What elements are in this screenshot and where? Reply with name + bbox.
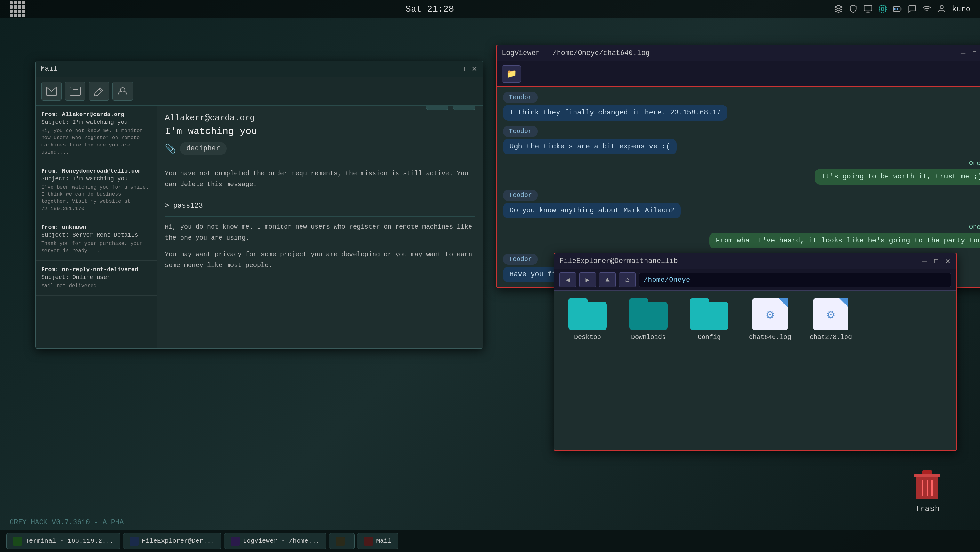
topbar-left (10, 1, 25, 17)
wifi-icon[interactable] (923, 5, 931, 13)
fe-window-title: FileExplorer@Dermaithanellib (560, 257, 678, 265)
shield-icon[interactable] (849, 5, 858, 13)
fe-minimize-button[interactable]: ─ (921, 258, 928, 265)
fe-up-button[interactable]: ▲ (599, 273, 616, 287)
chat-icon[interactable] (908, 5, 916, 13)
mail-item-4-subject: Subject: Online user (41, 274, 151, 281)
fe-toolbar: ◀ ▶ ▲ ⌂ /home/Oneye (554, 269, 956, 291)
fe-taskbar-icon (130, 537, 138, 546)
mail-password: > pass123 (165, 202, 475, 210)
fe-close-button[interactable]: ✕ (944, 258, 951, 265)
fe-folder-icon-desktop (568, 298, 607, 330)
fe-item-chat640-label: chat640.log (749, 333, 791, 341)
cpu-icon[interactable] (878, 5, 887, 13)
mail-list: From: Allakerr@carda.org Subject: I'm wa… (35, 106, 157, 348)
mail-taskbar-icon (364, 537, 373, 546)
fe-item-desktop[interactable]: Desktop (562, 298, 613, 442)
taskbar-lv-label: LogViewer - /home... (243, 537, 320, 545)
battery-icon (893, 5, 902, 13)
fe-path-bar[interactable]: /home/Oneye (639, 273, 951, 287)
chat-sender-4: Oneye (969, 224, 980, 231)
taskbar: Terminal - 166.119.2... FileExplorer@Der… (0, 530, 980, 552)
mail-delete-button[interactable]: 🗑 (453, 106, 475, 110)
trash-label: Trash (915, 504, 940, 514)
log-open-folder-button[interactable]: 📁 (502, 65, 521, 82)
logviewer-title: LogViewer - /home/Oneye/chat640.log (502, 49, 650, 57)
mail-titlebar: Mail ─ □ ✕ (35, 61, 483, 77)
taskbar-logviewer[interactable]: LogViewer - /home... (224, 533, 326, 549)
mail-close-button[interactable]: ✕ (471, 65, 478, 73)
mail-detail-subject: I'm watching you (165, 126, 257, 137)
chat-sender-0: Teodor (503, 92, 538, 103)
chat-bubble-1: Ugh the tickets are a bit expensive :( (503, 139, 676, 154)
taskbar-terminal[interactable]: Terminal - 166.119.2... (6, 533, 120, 549)
mail-item-3[interactable]: From: unknown Subject: Server Rent Detai… (35, 219, 157, 261)
chat-sender-5: Teodor (503, 254, 538, 265)
mail-compose-button[interactable] (65, 82, 86, 101)
fe-file-gear-icon-2: ⚙ (827, 307, 835, 322)
mail-content: From: Allakerr@carda.org Subject: I'm wa… (35, 106, 483, 348)
fe-maximize-button[interactable]: □ (932, 258, 940, 265)
svg-rect-4 (880, 6, 886, 12)
mail-minimize-button[interactable]: ─ (448, 65, 455, 73)
mail-item-2-preview: I've been watching you for a while. I th… (41, 184, 151, 213)
mail-item-4-from: From: no-reply-not-delivered (41, 266, 151, 273)
user-icon[interactable] (937, 5, 946, 13)
fe-item-chat278[interactable]: ⚙ chat278.log (805, 298, 856, 442)
chat-msg-3: Teodor Do you know anything about Mark A… (503, 190, 980, 219)
mail-item-1[interactable]: From: Allakerr@carda.org Subject: I'm wa… (35, 106, 157, 162)
chat-sender-2: Oneye (969, 160, 980, 167)
svg-rect-5 (882, 8, 884, 10)
fe-item-config[interactable]: Config (684, 298, 735, 442)
taskbar-terminal-label: Terminal - 166.119.2... (25, 537, 114, 545)
mail-maximize-button[interactable]: □ (459, 65, 466, 73)
chat-bubble-0: I think they finally changed it here. 23… (503, 105, 727, 121)
mail-item-3-from: From: unknown (41, 224, 151, 231)
apps-grid-icon[interactable] (10, 1, 25, 17)
chat-msg-0: Teodor I think they finally changed it h… (503, 92, 980, 121)
fe-item-chat278-label: chat278.log (810, 333, 852, 341)
chat-msg-4: Oneye From what I've heard, it looks lik… (503, 224, 980, 249)
attachment-name[interactable]: decipher (180, 142, 227, 155)
mail-edit-button[interactable] (89, 82, 109, 101)
logviewer-maximize-button[interactable]: □ (971, 50, 978, 57)
fe-item-downloads[interactable]: Downloads (623, 298, 674, 442)
chat-bubble-4: From what I've heard, it looks like he's… (709, 233, 980, 249)
fe-home-button[interactable]: ⌂ (619, 273, 636, 287)
monitor-icon[interactable] (864, 5, 872, 13)
mail-body-part2: Hi, you do not know me. I monitor new us… (165, 222, 475, 243)
svg-marker-0 (835, 5, 842, 9)
taskbar-fileexplorer[interactable]: FileExplorer@Der... (123, 533, 221, 549)
fe-folder-icon-config (690, 298, 729, 330)
log-toolbar: 📁 (497, 62, 980, 87)
terminal-taskbar-icon (13, 537, 22, 546)
logviewer-minimize-button[interactable]: ─ (959, 50, 967, 57)
taskbar-browser[interactable] (329, 533, 355, 549)
lv-taskbar-icon (231, 537, 240, 546)
mail-item-2[interactable]: From: Noneydoneroad@tello.com Subject: I… (35, 162, 157, 219)
fe-item-chat640[interactable]: ⚙ chat640.log (745, 298, 795, 442)
logviewer-controls: ─ □ ✕ (959, 50, 980, 57)
fe-titlebar: FileExplorer@Dermaithanellib ─ □ ✕ (554, 253, 956, 269)
logviewer-window: LogViewer - /home/Oneye/chat640.log ─ □ … (496, 45, 980, 288)
topbar-right: kuro (834, 5, 970, 13)
mail-item-4[interactable]: From: no-reply-not-delivered Subject: On… (35, 261, 157, 295)
mail-item-1-from: From: Allakerr@carda.org (41, 111, 151, 118)
mail-inbox-button[interactable] (41, 82, 62, 101)
mail-contacts-button[interactable] (112, 82, 133, 101)
mail-reply-button[interactable]: ↩ (426, 106, 449, 110)
taskbar-mail[interactable]: Mail (357, 533, 398, 549)
username-label: kuro (952, 5, 970, 13)
trash-desktop[interactable]: Trash (913, 469, 942, 514)
trash-icon (913, 469, 942, 501)
mail-window-controls: ─ □ ✕ (448, 65, 478, 73)
fe-file-icon-chat640: ⚙ (752, 298, 788, 330)
chat-sender-1: Teodor (503, 126, 538, 137)
svg-line-25 (99, 89, 102, 92)
fe-folder-icon-downloads (629, 298, 668, 330)
fe-back-button[interactable]: ◀ (560, 273, 576, 287)
mail-item-3-preview: Thank you for your purchase, your server… (41, 240, 151, 255)
layers-icon[interactable] (834, 5, 843, 13)
fe-forward-button[interactable]: ▶ (579, 273, 596, 287)
mail-window: Mail ─ □ ✕ From: Allaker (35, 61, 483, 349)
